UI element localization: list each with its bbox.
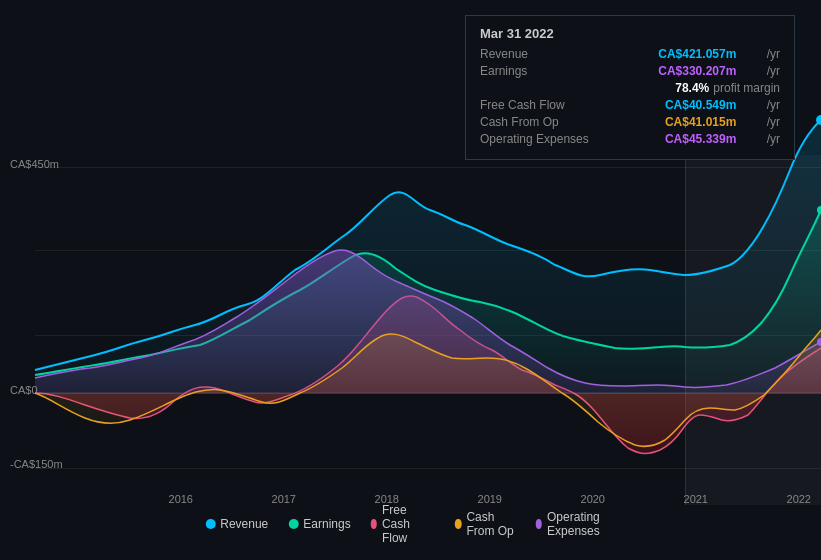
tooltip-revenue-label: Revenue [480,47,600,61]
legend-dot-opex [536,519,542,529]
legend-label-opex: Operating Expenses [547,510,616,538]
legend-earnings[interactable]: Earnings [288,517,350,531]
tooltip-revenue-unit: /yr [767,47,780,61]
tooltip-cashfromop-unit: /yr [767,115,780,129]
tooltip-opex-value: CA$45.339m [626,132,736,146]
legend-cashfromop[interactable]: Cash From Op [455,510,516,538]
tooltip-date: Mar 31 2022 [480,26,780,41]
tooltip-profit-pct: 78.4% [675,81,709,95]
tooltip-opex-row: Operating Expenses CA$45.339m /yr [480,132,780,146]
tooltip-profit-label: profit margin [713,81,780,95]
tooltip-cashfromop-label: Cash From Op [480,115,600,129]
tooltip-revenue-row: Revenue CA$421.057m /yr [480,47,780,61]
tooltip-opex-label: Operating Expenses [480,132,600,146]
chart-container: Mar 31 2022 Revenue CA$421.057m /yr Earn… [0,0,821,560]
tooltip-fcf-unit: /yr [767,98,780,112]
tooltip-cashfromop-row: Cash From Op CA$41.015m /yr [480,115,780,129]
legend: Revenue Earnings Free Cash Flow Cash Fro… [205,503,616,545]
tooltip-revenue-value: CA$421.057m [626,47,736,61]
tooltip-fcf-label: Free Cash Flow [480,98,600,112]
tooltip-opex-unit: /yr [767,132,780,146]
legend-revenue[interactable]: Revenue [205,517,268,531]
legend-label-revenue: Revenue [220,517,268,531]
legend-label-earnings: Earnings [303,517,350,531]
tooltip-fcf-row: Free Cash Flow CA$40.549m /yr [480,98,780,112]
legend-dot-earnings [288,519,298,529]
tooltip-cashfromop-value: CA$41.015m [626,115,736,129]
tooltip-fcf-value: CA$40.549m [626,98,736,112]
tooltip-earnings-label: Earnings [480,64,600,78]
legend-fcf[interactable]: Free Cash Flow [371,503,435,545]
tooltip-earnings-unit: /yr [767,64,780,78]
legend-dot-fcf [371,519,377,529]
tooltip-profit-margin-row: 78.4% profit margin [480,81,780,95]
tooltip-earnings-value: CA$330.207m [626,64,736,78]
tooltip-earnings-row: Earnings CA$330.207m /yr [480,64,780,78]
legend-label-fcf: Free Cash Flow [382,503,435,545]
legend-dot-revenue [205,519,215,529]
tooltip-box: Mar 31 2022 Revenue CA$421.057m /yr Earn… [465,15,795,160]
legend-opex[interactable]: Operating Expenses [536,510,616,538]
x-label-2022: 2022 [787,493,811,505]
x-label-2016: 2016 [169,493,193,505]
legend-label-cashfromop: Cash From Op [466,510,515,538]
x-label-2021: 2021 [684,493,708,505]
legend-dot-cashfromop [455,519,461,529]
